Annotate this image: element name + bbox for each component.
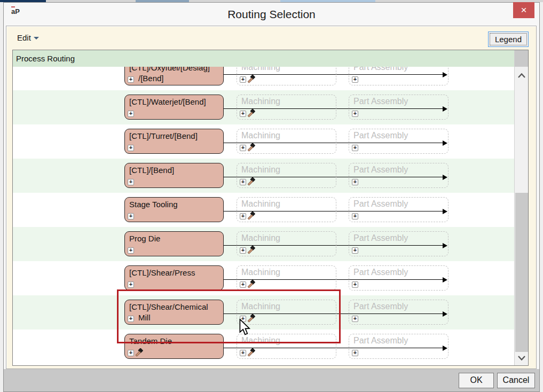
routing-source-box[interactable]: [CTL]/Shear/Press + [124, 265, 224, 291]
titlebar: aP Routing Selection × [4, 3, 539, 26]
expand-plus-icon[interactable]: + [352, 213, 358, 219]
machining-box[interactable]: Machining + [237, 231, 336, 256]
legend-button[interactable]: Legend [488, 32, 529, 47]
routing-source-label: Prog Die [125, 232, 223, 244]
routing-source-box[interactable]: Tandem Die + [124, 334, 224, 359]
rows: [CTL]/Oxyfuel/[Deslag]/[Bend] + Machinin… [13, 67, 514, 365]
machining-box[interactable]: Machining + [237, 163, 336, 188]
routing-list: Process Routing [CTL]/Oxyfuel/[Deslag]/[… [13, 50, 514, 365]
expand-plus-icon[interactable]: + [352, 316, 358, 322]
expand-plus-icon[interactable]: + [352, 145, 358, 151]
scroll-up-icon[interactable] [515, 70, 528, 80]
routing-source-label: Tandem Die [125, 334, 223, 347]
routing-source-label: [CTL]/Shear/Press [125, 266, 223, 278]
hammer-icon [247, 75, 256, 84]
part-assembly-box[interactable]: Part Assembly + [349, 95, 448, 120]
expand-plus-icon[interactable]: + [128, 247, 134, 254]
expand-plus-icon[interactable]: + [352, 350, 358, 356]
scroll-down-icon[interactable] [515, 353, 528, 363]
expand-plus-icon[interactable]: + [240, 281, 246, 288]
routing-source-box[interactable]: Stage Tooling + [124, 197, 224, 222]
expand-plus-icon[interactable]: + [240, 247, 246, 254]
expand-plus-icon[interactable]: + [352, 247, 358, 254]
expand-plus-icon[interactable]: + [128, 213, 134, 219]
vertical-scrollbar[interactable] [514, 50, 528, 365]
routing-source-box[interactable]: [CTL]/Waterjet/[Bend] + [124, 95, 224, 120]
scrollbar-corner [515, 50, 528, 67]
expand-plus-icon[interactable]: + [240, 179, 246, 185]
routing-row: Stage Tooling + Machining + Part Assembl… [13, 193, 514, 227]
expand-plus-icon[interactable]: + [240, 350, 246, 356]
part-assembly-label: Part Assembly [349, 163, 448, 175]
expand-plus-icon[interactable]: + [352, 179, 358, 185]
part-assembly-label: Part Assembly [349, 334, 448, 346]
part-assembly-box[interactable]: Part Assembly + [349, 300, 448, 325]
hammer-icon [247, 177, 256, 186]
machining-label: Machining [237, 300, 336, 311]
machining-box[interactable]: Machining + [237, 300, 336, 325]
part-assembly-box[interactable]: Part Assembly + [349, 129, 448, 154]
machining-box[interactable]: Machining + [237, 95, 336, 120]
close-icon[interactable]: × [513, 2, 534, 18]
chevron-down-icon [34, 37, 39, 40]
part-assembly-box[interactable]: Part Assembly + [349, 231, 448, 256]
routing-row: [CTL]/Oxyfuel/[Deslag]/[Bend] + Machinin… [13, 67, 514, 90]
expand-plus-icon[interactable]: + [240, 316, 246, 322]
expand-plus-icon[interactable]: + [128, 111, 134, 117]
expand-plus-icon[interactable]: + [240, 145, 246, 151]
machining-label: Machining [237, 334, 336, 346]
hammer-icon [135, 348, 144, 357]
routing-row: [CTL]/Shear/Press + Machining + Part Ass… [13, 261, 514, 295]
machining-box[interactable]: Machining + [237, 334, 336, 359]
expand-plus-icon[interactable]: + [128, 76, 134, 83]
part-assembly-box[interactable]: Part Assembly + [349, 197, 448, 222]
routing-row: Tandem Die + Machining + Part Assembly + [13, 330, 514, 364]
part-assembly-box[interactable]: Part Assembly + [349, 163, 448, 188]
machining-box[interactable]: Machining + [237, 129, 336, 154]
dialog-body-panel: Edit Legend Process Routing [CTL]/Oxyfue… [6, 26, 537, 369]
ok-button[interactable]: OK [459, 373, 494, 388]
part-assembly-label: Part Assembly [349, 198, 448, 209]
hammer-icon [247, 314, 256, 323]
expand-plus-icon[interactable]: + [128, 179, 134, 185]
hammer-icon [247, 109, 256, 118]
routing-source-box[interactable]: Prog Die + [124, 231, 224, 256]
machining-box[interactable]: Machining + [237, 265, 336, 291]
part-assembly-box[interactable]: Part Assembly + [349, 265, 448, 291]
expand-plus-icon[interactable]: + [352, 111, 358, 117]
expand-plus-icon[interactable]: + [240, 111, 246, 117]
part-assembly-label: Part Assembly [349, 266, 448, 277]
cancel-button[interactable]: Cancel [497, 373, 535, 388]
machining-label: Machining [237, 67, 336, 72]
routing-source-label: [CTL]/Turret/[Bend] [125, 129, 223, 142]
routing-row: Prog Die + Machining + Part Assembly + [13, 227, 514, 261]
routing-row: [CTL]/Shear/ChemicalMill + Machining + P… [13, 295, 514, 330]
routing-source-box[interactable]: [CTL]/Turret/[Bend] + [124, 129, 224, 154]
part-assembly-label: Part Assembly [349, 129, 448, 140]
machining-box[interactable]: Machining + [237, 197, 336, 222]
expand-plus-icon[interactable]: + [240, 76, 246, 83]
machining-label: Machining [237, 266, 336, 277]
part-assembly-box[interactable]: Part Assembly + [349, 334, 448, 359]
hammer-icon [247, 211, 256, 221]
routing-source-box[interactable]: [CTL]/Oxyfuel/[Deslag]/[Bend] + [124, 67, 224, 85]
routing-source-label: [CTL]/Shear/ChemicalMill [125, 300, 223, 323]
expand-plus-icon[interactable]: + [240, 213, 246, 219]
edit-menu[interactable]: Edit [14, 32, 42, 43]
machining-label: Machining [237, 198, 336, 209]
scrollbar-thumb[interactable] [515, 193, 528, 352]
scrollbar-track[interactable] [515, 67, 528, 365]
hammer-icon [247, 348, 256, 357]
routing-source-box[interactable]: [CTL]/[Bend] + [124, 163, 224, 188]
expand-plus-icon[interactable]: + [128, 316, 134, 322]
part-assembly-box[interactable]: Part Assembly + [349, 67, 448, 85]
machining-box[interactable]: Machining + [237, 67, 336, 85]
expand-plus-icon[interactable]: + [352, 281, 358, 288]
edit-menu-label: Edit [17, 33, 31, 42]
routing-row: [CTL]/Waterjet/[Bend] + Machining + Part… [13, 90, 514, 124]
expand-plus-icon[interactable]: + [128, 350, 134, 356]
expand-plus-icon[interactable]: + [128, 281, 134, 288]
expand-plus-icon[interactable]: + [128, 145, 134, 151]
expand-plus-icon[interactable]: + [352, 76, 358, 83]
routing-source-box[interactable]: [CTL]/Shear/ChemicalMill + [124, 300, 224, 325]
